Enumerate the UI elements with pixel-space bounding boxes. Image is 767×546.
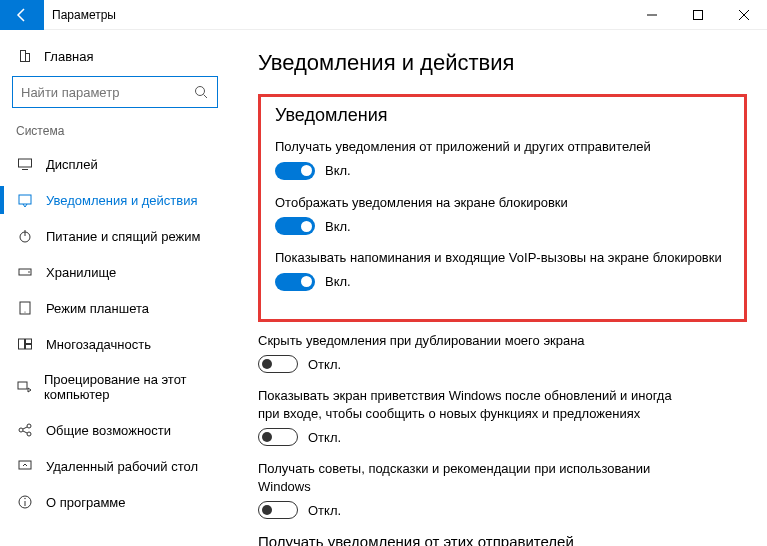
search-input[interactable]: [12, 76, 218, 108]
setting-lockscreen-notifications: Отображать уведомления на экране блокиро…: [275, 194, 730, 236]
shared-icon: [16, 422, 34, 438]
svg-rect-3: [26, 54, 30, 62]
notification-icon: [16, 192, 34, 208]
sidebar-item-label: Питание и спящий режим: [46, 229, 200, 244]
toggle-state: Вкл.: [325, 274, 351, 289]
setting-label: Показывать экран приветствия Windows пос…: [258, 387, 678, 422]
toggle-state: Вкл.: [325, 163, 351, 178]
toggle-state: Откл.: [308, 430, 341, 445]
sidebar-item-label: Хранилище: [46, 265, 116, 280]
sidebar-item-storage[interactable]: Хранилище: [0, 254, 230, 290]
toggle-state: Вкл.: [325, 219, 351, 234]
svg-rect-18: [18, 382, 27, 389]
search-icon: [194, 85, 208, 99]
svg-rect-17: [26, 345, 32, 350]
toggle-state: Откл.: [308, 357, 341, 372]
svg-rect-8: [19, 195, 31, 204]
toggle-apps-notifications[interactable]: [275, 162, 315, 180]
maximize-button[interactable]: [675, 0, 721, 30]
page-title: Уведомления и действия: [258, 50, 747, 76]
sidebar: Главная Система Дисплей Уведомления и де…: [0, 30, 230, 546]
setting-apps-notifications: Получать уведомления от приложений и дру…: [275, 138, 730, 180]
setting-label: Получать уведомления от приложений и дру…: [275, 138, 730, 156]
sidebar-item-display[interactable]: Дисплей: [0, 146, 230, 182]
setting-voip-lockscreen: Показывать напоминания и входящие VoIP-в…: [275, 249, 730, 291]
back-button[interactable]: [0, 0, 44, 30]
toggle-lockscreen-notifications[interactable]: [275, 217, 315, 235]
setting-label: Скрыть уведомления при дублировании моег…: [258, 332, 747, 350]
minimize-button[interactable]: [629, 0, 675, 30]
svg-point-19: [19, 428, 23, 432]
svg-rect-1: [694, 10, 703, 19]
svg-rect-16: [26, 339, 32, 344]
sidebar-item-remote[interactable]: Удаленный рабочий стол: [0, 448, 230, 484]
maximize-icon: [693, 10, 703, 20]
setting-label: Отображать уведомления на экране блокиро…: [275, 194, 730, 212]
sidebar-item-power[interactable]: Питание и спящий режим: [0, 218, 230, 254]
remote-icon: [16, 458, 34, 474]
arrow-left-icon: [14, 7, 30, 23]
close-button[interactable]: [721, 0, 767, 30]
toggle-voip-lockscreen[interactable]: [275, 273, 315, 291]
storage-icon: [16, 264, 34, 280]
projecting-icon: [16, 379, 32, 395]
content-area: Уведомления и действия Уведомления Получ…: [230, 30, 767, 546]
svg-line-5: [204, 95, 208, 99]
window-title: Параметры: [52, 8, 116, 22]
svg-point-20: [27, 424, 31, 428]
sidebar-item-multitask[interactable]: Многозадачность: [0, 326, 230, 362]
sidebar-item-label: Уведомления и действия: [46, 193, 198, 208]
section-heading-senders: Получать уведомления от этих отправителе…: [258, 533, 747, 546]
svg-rect-2: [21, 51, 26, 62]
sidebar-item-label: Дисплей: [46, 157, 98, 172]
sidebar-item-shared[interactable]: Общие возможности: [0, 412, 230, 448]
svg-rect-6: [19, 159, 32, 167]
tablet-icon: [16, 300, 34, 316]
power-icon: [16, 228, 34, 244]
close-icon: [739, 10, 749, 20]
toggle-tips[interactable]: [258, 501, 298, 519]
sidebar-item-projecting[interactable]: Проецирование на этот компьютер: [0, 362, 230, 412]
sidebar-group-label: Система: [0, 124, 230, 146]
svg-rect-24: [19, 461, 31, 469]
sidebar-home[interactable]: Главная: [0, 42, 230, 76]
svg-point-27: [24, 498, 25, 499]
setting-label: Показывать напоминания и входящие VoIP-в…: [275, 249, 730, 267]
display-icon: [16, 156, 34, 172]
section-heading-notifications: Уведомления: [275, 105, 730, 126]
sidebar-item-tablet[interactable]: Режим планшета: [0, 290, 230, 326]
setting-welcome-screen: Показывать экран приветствия Windows пос…: [258, 387, 747, 446]
sidebar-item-notifications[interactable]: Уведомления и действия: [0, 182, 230, 218]
multitask-icon: [16, 336, 34, 352]
toggle-hide-duplicating[interactable]: [258, 355, 298, 373]
svg-point-21: [27, 432, 31, 436]
svg-point-12: [28, 271, 30, 273]
svg-point-14: [24, 311, 25, 312]
svg-point-4: [196, 87, 205, 96]
sidebar-item-label: Многозадачность: [46, 337, 151, 352]
highlighted-section: Уведомления Получать уведомления от прил…: [258, 94, 747, 322]
sidebar-item-label: О программе: [46, 495, 126, 510]
info-icon: [16, 494, 34, 510]
sidebar-item-about[interactable]: О программе: [0, 484, 230, 520]
window-controls: [629, 0, 767, 30]
svg-line-22: [23, 427, 27, 429]
sidebar-item-label: Общие возможности: [46, 423, 171, 438]
titlebar: Параметры: [0, 0, 767, 30]
sidebar-item-label: Удаленный рабочий стол: [46, 459, 198, 474]
sidebar-item-label: Проецирование на этот компьютер: [44, 372, 214, 402]
svg-line-23: [23, 431, 27, 433]
home-icon: [16, 48, 34, 64]
svg-rect-15: [19, 339, 25, 349]
setting-tips: Получать советы, подсказки и рекомендаци…: [258, 460, 747, 519]
setting-hide-duplicating: Скрыть уведомления при дублировании моег…: [258, 332, 747, 374]
toggle-state: Откл.: [308, 503, 341, 518]
sidebar-home-label: Главная: [44, 49, 93, 64]
minimize-icon: [647, 10, 657, 20]
setting-label: Получать советы, подсказки и рекомендаци…: [258, 460, 658, 495]
toggle-welcome-screen[interactable]: [258, 428, 298, 446]
sidebar-item-label: Режим планшета: [46, 301, 149, 316]
